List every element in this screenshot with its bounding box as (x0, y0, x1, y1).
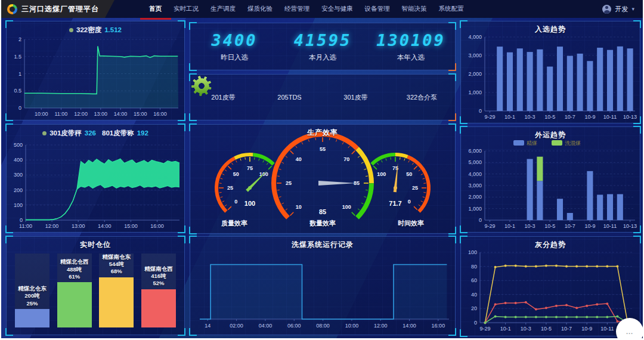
svg-text:9-29: 9-29 (484, 223, 495, 229)
svg-text:100: 100 (14, 202, 23, 208)
gauge: 10254055708510085 (274, 134, 371, 218)
svg-text:9-29: 9-29 (484, 114, 495, 120)
bunker-column: 精煤南仓西416吨52% (141, 254, 176, 327)
series (24, 47, 178, 109)
svg-text:4,000: 4,000 (468, 171, 482, 177)
svg-text:400: 400 (14, 157, 23, 163)
svg-text:500: 500 (14, 142, 23, 148)
gauge-value: 100 (244, 200, 255, 207)
nav-item-4[interactable]: 经营管理 (278, 0, 315, 18)
gauge-tick-label: 70 (343, 156, 349, 162)
equipment-item[interactable]: 301皮带 (323, 93, 389, 102)
gauge-name: 质量效率 (190, 219, 278, 228)
ash-trend-chart: 0204060801009-2910-110-310-510-710-910-1… (461, 237, 640, 336)
x-axis: 1402:0004:0006:0008:0010:0012:0014:0016:… (200, 319, 449, 329)
svg-text:10:00: 10:00 (345, 323, 359, 329)
nav-item-3[interactable]: 煤质化验 (242, 0, 278, 18)
svg-text:4,000: 4,000 (468, 34, 482, 40)
svg-text:洗混煤: 洗混煤 (565, 140, 581, 146)
panel-outbound-trend: 外运趋势 01,0002,0003,0004,0005,0006,0009-29… (460, 126, 640, 233)
nav-item-5[interactable]: 安全与健康 (315, 0, 359, 18)
svg-text:16:00: 16:00 (432, 323, 445, 329)
svg-text:13:00: 13:00 (72, 223, 85, 229)
equipment-row: 201皮带205TDS301皮带322合介泵 (190, 75, 455, 120)
gauge-tick-label: 10 (296, 204, 302, 210)
svg-text:08:00: 08:00 (316, 323, 330, 329)
svg-text:3,000: 3,000 (468, 183, 482, 188)
svg-text:100: 100 (468, 249, 477, 255)
svg-text:1,000: 1,000 (468, 206, 482, 212)
equipment-label: 301皮带 (343, 93, 367, 102)
legend-value: 326 (85, 129, 96, 137)
bunker-name: 精煤南仓东 (94, 254, 139, 261)
svg-text:15:00: 15:00 (124, 223, 138, 229)
series (484, 301, 629, 324)
series (497, 47, 633, 111)
stat-label: 本月入选 (278, 53, 367, 62)
gauge-value: 85 (319, 208, 326, 215)
gauge-tick-label: 25 (227, 185, 233, 191)
y-axis: 020406080100 (468, 249, 633, 326)
svg-text:9-29: 9-29 (480, 326, 491, 332)
legend-label: 301皮带秤 (49, 129, 82, 137)
user-menu[interactable]: 开发 ▾ (602, 0, 643, 18)
equipment-label: 322合介泵 (407, 93, 437, 102)
svg-text:精煤: 精煤 (527, 140, 537, 146)
bunker-fill (15, 309, 49, 327)
panel-inbound-trend: 入选趋势 01,0002,0003,0004,0009-2910-110-310… (460, 21, 640, 123)
gauge-tick-label: 0 (408, 199, 411, 205)
runlog-chart: 1402:0004:0006:0008:0010:0012:0014:0016:… (190, 237, 455, 335)
series (200, 264, 447, 319)
panel-title: 外运趋势 (461, 130, 640, 140)
belt-scales-chart: 010020030040050011:0012:0013:0014:0015:0… (7, 125, 184, 232)
bunker-tons: 416吨 (136, 273, 181, 280)
gauge-name: 数量效率 (278, 219, 367, 228)
main-nav: 首页实时工况生产调度煤质化验经营管理安全与健康设备管理智能决策系统配置 (143, 0, 470, 18)
legend-label: 801皮带称 (102, 129, 134, 137)
panel-title: 灰分趋势 (461, 240, 640, 250)
nav-item-2[interactable]: 生产调度 (205, 0, 242, 18)
equipment-item[interactable]: 205TDS (256, 94, 323, 101)
svg-text:10-5: 10-5 (544, 223, 555, 229)
user-avatar-icon (602, 5, 611, 14)
bunker-tons: 488吨 (52, 266, 97, 273)
panel-equipment: 201皮带205TDS301皮带322合介泵 (190, 74, 456, 120)
stat-item: 41595本月入选 (278, 31, 367, 62)
panel-efficiency-gauges: 生产效率 02550751001001025405570851008510075… (190, 124, 456, 234)
svg-text:3,000: 3,000 (468, 52, 482, 58)
bunker-column: 精煤北仓西488吨61% (57, 254, 92, 327)
x-axis: 9-2910-110-310-510-710-910-1110-13 (480, 323, 634, 332)
nav-item-8[interactable]: 系统配置 (433, 0, 470, 18)
svg-text:0.5: 0.5 (14, 88, 21, 94)
nav-item-0[interactable]: 首页 (143, 0, 168, 18)
nav-item-6[interactable]: 设备管理 (359, 0, 396, 18)
svg-text:60: 60 (471, 277, 477, 283)
bunker-tons: 544吨 (94, 261, 139, 268)
density-chart: 00.511.5210:0011:0012:0013:0014:0015:001… (7, 21, 184, 120)
density-legend: 322密度1.512 (7, 26, 184, 35)
gauge-tick-label: 50 (233, 171, 239, 177)
svg-text:0: 0 (474, 320, 477, 326)
svg-text:11:00: 11:00 (54, 111, 67, 117)
top-nav-bar: 三河口选煤厂管理平台 首页实时工况生产调度煤质化验经营管理安全与健康设备管理智能… (1, 0, 643, 18)
gauge-names: 质量效率 数量效率 时间效率 (190, 219, 455, 228)
svg-text:300: 300 (14, 172, 23, 178)
panel-title: 入选趋势 (461, 24, 640, 35)
svg-text:02:00: 02:00 (230, 323, 243, 329)
svg-text:12:00: 12:00 (45, 223, 59, 229)
panel-ash-trend: 灰分趋势 0204060801009-2910-110-310-510-710-… (460, 236, 640, 336)
svg-text:0: 0 (20, 217, 23, 223)
svg-text:1: 1 (18, 71, 21, 77)
outbound-trend-chart: 01,0002,0003,0004,0005,0006,0009-2910-11… (461, 127, 640, 232)
svg-text:10-13: 10-13 (623, 114, 637, 120)
bunker-column: 精煤北仓东200吨25% (15, 254, 49, 327)
equipment-item[interactable]: 322合介泵 (389, 93, 455, 102)
gauge-tick-label: 25 (286, 180, 292, 186)
nav-item-1[interactable]: 实时工况 (168, 0, 205, 18)
svg-text:10-9: 10-9 (581, 326, 592, 332)
gauge-tick-label: 40 (296, 156, 302, 162)
bunker-percent: 25% (10, 300, 55, 307)
x-axis: 9-2910-110-310-510-710-910-1110-13 (484, 111, 637, 120)
nav-item-7[interactable]: 智能决策 (396, 0, 433, 18)
series (26, 159, 179, 220)
